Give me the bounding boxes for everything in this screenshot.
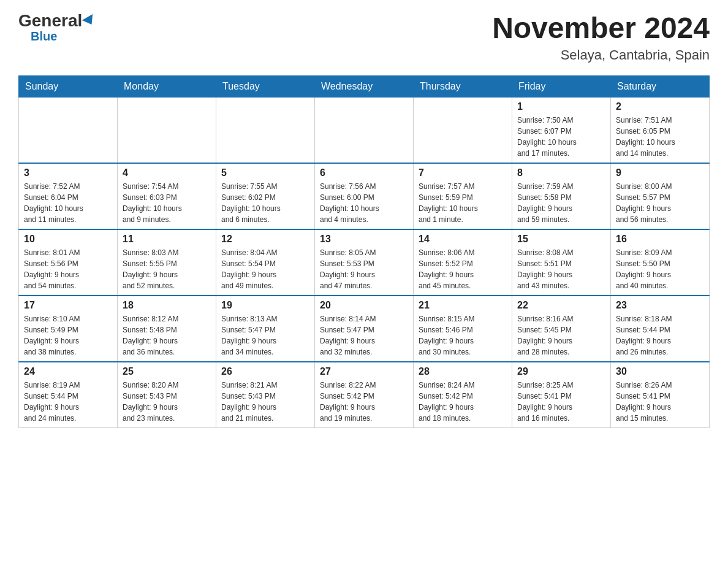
day-number: 18 xyxy=(123,300,211,311)
day-info: Sunrise: 8:12 AM Sunset: 5:48 PM Dayligh… xyxy=(123,313,211,358)
calendar-day-cell: 10Sunrise: 8:01 AM Sunset: 5:56 PM Dayli… xyxy=(19,229,118,296)
day-info: Sunrise: 8:16 AM Sunset: 5:45 PM Dayligh… xyxy=(517,313,605,358)
calendar-day-cell: 3Sunrise: 7:52 AM Sunset: 6:04 PM Daylig… xyxy=(19,163,118,229)
calendar-day-cell: 29Sunrise: 8:25 AM Sunset: 5:41 PM Dayli… xyxy=(512,362,611,428)
calendar-day-cell: 11Sunrise: 8:03 AM Sunset: 5:55 PM Dayli… xyxy=(118,229,216,296)
day-info: Sunrise: 8:24 AM Sunset: 5:42 PM Dayligh… xyxy=(419,380,507,424)
calendar-day-cell xyxy=(19,97,118,163)
calendar-day-cell: 25Sunrise: 8:20 AM Sunset: 5:43 PM Dayli… xyxy=(118,362,216,428)
day-info: Sunrise: 7:50 AM Sunset: 6:07 PM Dayligh… xyxy=(517,115,605,159)
day-number: 8 xyxy=(517,167,605,178)
logo-general-text: General xyxy=(18,12,82,29)
day-number: 25 xyxy=(123,366,211,377)
calendar-day-cell: 23Sunrise: 8:18 AM Sunset: 5:44 PM Dayli… xyxy=(611,296,710,362)
day-number: 17 xyxy=(24,300,112,311)
day-info: Sunrise: 8:15 AM Sunset: 5:46 PM Dayligh… xyxy=(419,313,507,358)
day-number: 11 xyxy=(123,234,211,245)
day-info: Sunrise: 8:00 AM Sunset: 5:57 PM Dayligh… xyxy=(616,181,704,225)
day-of-week-header: Saturday xyxy=(611,75,710,97)
logo-blue-text: Blue xyxy=(31,29,57,44)
day-info: Sunrise: 8:01 AM Sunset: 5:56 PM Dayligh… xyxy=(24,247,112,291)
day-number: 3 xyxy=(24,167,112,178)
page-header: General Blue November 2024 Selaya, Canta… xyxy=(18,12,710,63)
day-of-week-header: Tuesday xyxy=(216,75,315,97)
calendar-day-cell: 12Sunrise: 8:04 AM Sunset: 5:54 PM Dayli… xyxy=(216,229,315,296)
calendar-day-cell: 13Sunrise: 8:05 AM Sunset: 5:53 PM Dayli… xyxy=(315,229,414,296)
day-number: 12 xyxy=(221,234,309,245)
calendar-table: SundayMondayTuesdayWednesdayThursdayFrid… xyxy=(18,75,710,428)
day-number: 27 xyxy=(320,366,408,377)
day-of-week-header: Thursday xyxy=(414,75,512,97)
calendar-week-row: 10Sunrise: 8:01 AM Sunset: 5:56 PM Dayli… xyxy=(19,229,710,296)
day-of-week-header: Sunday xyxy=(19,75,118,97)
location-text: Selaya, Cantabria, Spain xyxy=(492,47,710,63)
day-info: Sunrise: 7:59 AM Sunset: 5:58 PM Dayligh… xyxy=(517,181,605,225)
calendar-day-cell: 4Sunrise: 7:54 AM Sunset: 6:03 PM Daylig… xyxy=(118,163,216,229)
logo: General Blue xyxy=(18,12,96,44)
day-number: 14 xyxy=(419,234,507,245)
day-number: 6 xyxy=(320,167,408,178)
day-info: Sunrise: 8:26 AM Sunset: 5:41 PM Dayligh… xyxy=(616,380,704,424)
calendar-day-cell: 7Sunrise: 7:57 AM Sunset: 5:59 PM Daylig… xyxy=(414,163,512,229)
day-number: 15 xyxy=(517,234,605,245)
day-info: Sunrise: 8:13 AM Sunset: 5:47 PM Dayligh… xyxy=(221,313,309,358)
day-info: Sunrise: 8:08 AM Sunset: 5:51 PM Dayligh… xyxy=(517,247,605,291)
calendar-header-row: SundayMondayTuesdayWednesdayThursdayFrid… xyxy=(19,75,710,97)
logo-triangle-icon xyxy=(82,14,97,28)
day-info: Sunrise: 8:05 AM Sunset: 5:53 PM Dayligh… xyxy=(320,247,408,291)
day-number: 7 xyxy=(419,167,507,178)
calendar-day-cell: 24Sunrise: 8:19 AM Sunset: 5:44 PM Dayli… xyxy=(19,362,118,428)
day-number: 23 xyxy=(616,300,704,311)
title-section: November 2024 Selaya, Cantabria, Spain xyxy=(492,12,710,63)
calendar-week-row: 24Sunrise: 8:19 AM Sunset: 5:44 PM Dayli… xyxy=(19,362,710,428)
calendar-day-cell xyxy=(216,97,315,163)
day-of-week-header: Wednesday xyxy=(315,75,414,97)
day-number: 28 xyxy=(419,366,507,377)
day-info: Sunrise: 8:09 AM Sunset: 5:50 PM Dayligh… xyxy=(616,247,704,291)
day-info: Sunrise: 8:18 AM Sunset: 5:44 PM Dayligh… xyxy=(616,313,704,358)
calendar-day-cell xyxy=(414,97,512,163)
day-info: Sunrise: 7:55 AM Sunset: 6:02 PM Dayligh… xyxy=(221,181,309,225)
calendar-day-cell: 26Sunrise: 8:21 AM Sunset: 5:43 PM Dayli… xyxy=(216,362,315,428)
calendar-day-cell: 2Sunrise: 7:51 AM Sunset: 6:05 PM Daylig… xyxy=(611,97,710,163)
calendar-day-cell: 16Sunrise: 8:09 AM Sunset: 5:50 PM Dayli… xyxy=(611,229,710,296)
day-info: Sunrise: 7:52 AM Sunset: 6:04 PM Dayligh… xyxy=(24,181,112,225)
calendar-day-cell: 6Sunrise: 7:56 AM Sunset: 6:00 PM Daylig… xyxy=(315,163,414,229)
calendar-day-cell xyxy=(315,97,414,163)
day-info: Sunrise: 8:04 AM Sunset: 5:54 PM Dayligh… xyxy=(221,247,309,291)
calendar-day-cell: 22Sunrise: 8:16 AM Sunset: 5:45 PM Dayli… xyxy=(512,296,611,362)
day-number: 19 xyxy=(221,300,309,311)
day-info: Sunrise: 8:10 AM Sunset: 5:49 PM Dayligh… xyxy=(24,313,112,358)
calendar-day-cell: 30Sunrise: 8:26 AM Sunset: 5:41 PM Dayli… xyxy=(611,362,710,428)
day-info: Sunrise: 7:54 AM Sunset: 6:03 PM Dayligh… xyxy=(123,181,211,225)
calendar-day-cell: 9Sunrise: 8:00 AM Sunset: 5:57 PM Daylig… xyxy=(611,163,710,229)
calendar-day-cell: 14Sunrise: 8:06 AM Sunset: 5:52 PM Dayli… xyxy=(414,229,512,296)
calendar-day-cell: 18Sunrise: 8:12 AM Sunset: 5:48 PM Dayli… xyxy=(118,296,216,362)
day-number: 22 xyxy=(517,300,605,311)
day-number: 13 xyxy=(320,234,408,245)
day-info: Sunrise: 8:06 AM Sunset: 5:52 PM Dayligh… xyxy=(419,247,507,291)
day-info: Sunrise: 7:57 AM Sunset: 5:59 PM Dayligh… xyxy=(419,181,507,225)
calendar-day-cell: 20Sunrise: 8:14 AM Sunset: 5:47 PM Dayli… xyxy=(315,296,414,362)
day-info: Sunrise: 8:25 AM Sunset: 5:41 PM Dayligh… xyxy=(517,380,605,424)
calendar-day-cell: 15Sunrise: 8:08 AM Sunset: 5:51 PM Dayli… xyxy=(512,229,611,296)
calendar-day-cell: 5Sunrise: 7:55 AM Sunset: 6:02 PM Daylig… xyxy=(216,163,315,229)
day-number: 21 xyxy=(419,300,507,311)
calendar-week-row: 1Sunrise: 7:50 AM Sunset: 6:07 PM Daylig… xyxy=(19,97,710,163)
day-info: Sunrise: 8:22 AM Sunset: 5:42 PM Dayligh… xyxy=(320,380,408,424)
day-info: Sunrise: 7:56 AM Sunset: 6:00 PM Dayligh… xyxy=(320,181,408,225)
calendar-day-cell: 8Sunrise: 7:59 AM Sunset: 5:58 PM Daylig… xyxy=(512,163,611,229)
day-number: 2 xyxy=(616,101,704,112)
day-number: 5 xyxy=(221,167,309,178)
day-number: 1 xyxy=(517,101,605,112)
calendar-day-cell: 17Sunrise: 8:10 AM Sunset: 5:49 PM Dayli… xyxy=(19,296,118,362)
month-title: November 2024 xyxy=(492,12,710,45)
calendar-day-cell: 27Sunrise: 8:22 AM Sunset: 5:42 PM Dayli… xyxy=(315,362,414,428)
day-info: Sunrise: 7:51 AM Sunset: 6:05 PM Dayligh… xyxy=(616,115,704,159)
day-info: Sunrise: 8:21 AM Sunset: 5:43 PM Dayligh… xyxy=(221,380,309,424)
day-number: 9 xyxy=(616,167,704,178)
calendar-day-cell: 19Sunrise: 8:13 AM Sunset: 5:47 PM Dayli… xyxy=(216,296,315,362)
day-number: 26 xyxy=(221,366,309,377)
day-number: 10 xyxy=(24,234,112,245)
day-of-week-header: Friday xyxy=(512,75,611,97)
